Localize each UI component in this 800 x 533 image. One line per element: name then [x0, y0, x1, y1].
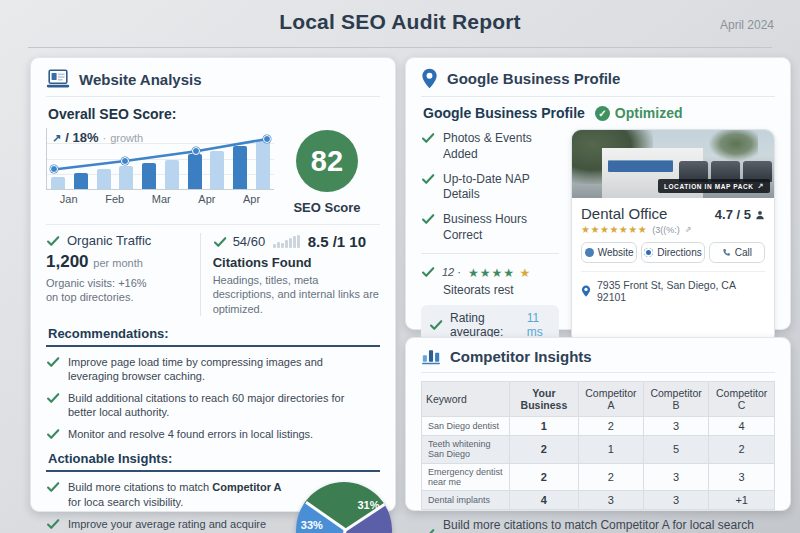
insights-heading: Actionable Insights:	[46, 451, 380, 472]
check-icon	[46, 234, 60, 248]
check-icon	[46, 427, 60, 441]
person-icon	[755, 210, 765, 220]
call-button[interactable]: Call	[709, 242, 765, 263]
divider	[46, 224, 380, 225]
growth-annotation: ↗ / 18% · growth	[52, 130, 143, 145]
directions-button[interactable]: Directions	[641, 242, 704, 263]
keyword-cell: Teeth whitening San Diego	[422, 436, 510, 464]
checklist-text: Photos & Events Added	[443, 131, 559, 163]
optimized-badge: ✓ Optimized	[595, 105, 683, 121]
rank-cell: 2	[510, 463, 579, 491]
pie-slice-label: 31%	[358, 499, 380, 511]
rating-value: 4.7 / 5	[715, 207, 751, 222]
check-icon	[421, 172, 435, 186]
citations-stat: 54/60 8.5 /1 10 Citations Found Headings…	[200, 233, 380, 316]
bar-chart-icon	[421, 347, 441, 365]
insight-text: Build more citations to match Competitor…	[68, 480, 292, 509]
gbp-panel-header: Google Business Profile	[421, 68, 775, 97]
citations-title: Citations Found	[213, 255, 380, 270]
star-icons-green: ★★★★	[468, 266, 515, 280]
citations-desc: Headings, titles, meta descriptions, and…	[213, 273, 380, 316]
business-stars-row: ★★★★★★★ (3((%:) ⇗	[581, 224, 765, 235]
seo-score-section: ↗ / 18% · growth Jan Feb Mar Apr Apr 82 …	[46, 128, 380, 215]
recommendations-heading: Recommendations:	[46, 326, 380, 347]
competitor-panel-header: Competitor Insights	[421, 347, 775, 373]
rank-cell: 2	[709, 436, 775, 464]
share-arrow-icon: ⇗	[685, 225, 692, 234]
organic-traffic-title: Organic Traffic	[67, 233, 151, 248]
organic-note: Organic visits: +16% on top directories.	[46, 276, 192, 305]
list-item: Business Hours Correct	[421, 212, 559, 244]
business-rating: 4.7 / 5	[715, 207, 765, 222]
rank-cell: 3	[709, 463, 775, 491]
check-circle-icon: ✓	[595, 106, 610, 121]
rank-cell: 2	[578, 417, 643, 436]
map-pin-icon	[581, 285, 591, 297]
check-icon	[46, 391, 60, 405]
seo-score-label: SEO Score	[293, 200, 360, 215]
report-page: Local SEO Audit Report April 2024 Websit…	[0, 0, 800, 533]
trend-dot	[50, 165, 58, 173]
gbp-subheader: Google Business Profile ✓ Optimized	[423, 105, 775, 121]
call-button-label: Call	[735, 247, 752, 258]
gbp-panel-title: Google Business Profile	[447, 70, 620, 87]
report-date: April 2024	[720, 18, 774, 32]
competitor-table: Keyword Your Business Competitor A Compe…	[421, 381, 775, 510]
check-icon	[46, 355, 60, 369]
organic-traffic-value: 1,200 per month	[46, 252, 192, 272]
col-header-competitor-b: Competitor B	[643, 382, 708, 417]
website-panel-header: Website Analysis	[46, 69, 380, 97]
check-icon	[46, 517, 60, 531]
x-axis-labels: Jan Feb Mar Apr Apr	[46, 193, 274, 205]
report-header: Local SEO Audit Report	[0, 10, 800, 34]
table-row: Dental implants 4 3 3 +1	[422, 491, 775, 510]
growth-value: / 18%	[65, 130, 98, 145]
trend-dot	[121, 157, 129, 165]
list-item: Improve page load time by compressing im…	[46, 355, 380, 384]
review-caption: Siteorats rest	[443, 283, 559, 297]
website-button[interactable]: Website	[581, 242, 637, 263]
website-panel-title: Website Analysis	[79, 71, 202, 88]
gbp-columns: Photos & Events Added Up-to-Date NAP Det…	[421, 129, 775, 345]
divider	[421, 253, 559, 254]
laptop-icon	[46, 69, 70, 89]
competitor-panel-title: Competitor Insights	[450, 348, 592, 365]
competitor-note-text: Build more citations to match Competitor…	[443, 518, 775, 533]
rank-cell: 1	[578, 436, 643, 464]
review-count: 12 ·	[442, 266, 461, 278]
rank-cell: 4	[709, 417, 775, 436]
competitor-insights-panel: Competitor Insights Keyword Your Busines…	[405, 337, 791, 511]
insight-pre: Build more citations to match	[68, 481, 212, 493]
list-item: Build more citations to match Competitor…	[46, 480, 292, 509]
review-summary: 12 · ★★★★ ★	[421, 263, 559, 281]
col-header-keyword: Keyword	[422, 382, 510, 417]
photo-sign	[608, 160, 673, 172]
list-item: Photos & Events Added	[421, 131, 559, 163]
star-icon-gold: ★	[519, 266, 530, 280]
list-item: Up-to-Date NAP Details	[421, 172, 559, 204]
insights-pie-chart: 31% 36% 33%	[296, 482, 392, 533]
business-address-row: 7935 Front St, San Diego, CA 92101	[581, 271, 765, 303]
checklist-text: Business Hours Correct	[443, 212, 559, 244]
website-button-label: Website	[598, 247, 634, 258]
rating-average-label: Rating aveurage:	[450, 311, 520, 339]
list-item: Improve your average rating and acquire …	[46, 517, 292, 533]
business-photo: LOCATION IN MAP PACK ↗	[572, 130, 774, 198]
gbp-subtitle: Google Business Profile	[423, 105, 585, 121]
gbp-panel: Google Business Profile Google Business …	[405, 57, 791, 330]
competitor-note: Build more citations to match Competitor…	[421, 518, 775, 533]
rank-cell: 2	[510, 436, 579, 464]
recommendation-text: Monitor and resolve 4 found errors in lo…	[68, 427, 313, 442]
photo-palm-tree	[709, 130, 757, 161]
recommendation-text: Build additional citations to reach 60 m…	[68, 391, 368, 420]
rank-cell: +1	[709, 491, 775, 510]
map-pack-badge[interactable]: LOCATION IN MAP PACK ↗	[658, 179, 770, 193]
trend-dot	[263, 135, 271, 143]
check-icon	[421, 527, 435, 533]
star-icons-gold: ★★★★★★★	[581, 224, 647, 235]
x-tick: Jan	[60, 193, 78, 205]
insights-list: Build more citations to match Competitor…	[46, 480, 296, 533]
seo-score-value: 82	[296, 130, 358, 192]
arrow-up-right-icon: ↗	[758, 182, 764, 190]
list-item: Monitor and resolve 4 found errors in lo…	[46, 427, 380, 442]
